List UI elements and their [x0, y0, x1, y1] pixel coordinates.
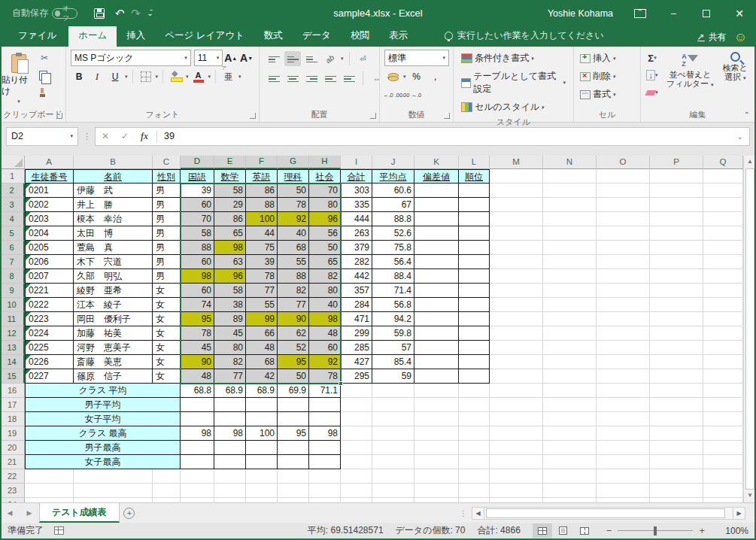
cell-E4[interactable]: 86 [214, 212, 246, 226]
row-header-2[interactable]: 2 [0, 184, 25, 198]
cell-P11[interactable] [650, 312, 703, 326]
cell-Q24[interactable] [703, 498, 743, 502]
cell-B10[interactable]: 江本 綾子 [74, 298, 153, 312]
cell-N3[interactable] [543, 198, 597, 212]
cell-K18[interactable] [414, 412, 459, 426]
cell-H10[interactable]: 40 [309, 298, 341, 312]
cell-H13[interactable]: 60 [309, 341, 341, 355]
cell-H7[interactable]: 65 [309, 255, 341, 269]
find-select-button[interactable]: 検索と選択 ▾ [720, 50, 751, 108]
cell-A24[interactable] [25, 498, 74, 502]
page-layout-view-button[interactable] [554, 523, 573, 538]
cell-D14[interactable]: 90 [181, 355, 214, 369]
cell-J23[interactable] [372, 484, 414, 498]
cell-K15[interactable] [414, 369, 459, 384]
cell-L10[interactable] [459, 298, 490, 312]
cell-A5[interactable]: 0204 [25, 226, 74, 241]
cell-Q16[interactable] [703, 384, 743, 398]
hscroll-right-icon[interactable]: ▶ [733, 507, 745, 520]
font-color-button[interactable]: A [190, 69, 207, 84]
cell-M23[interactable] [490, 484, 543, 498]
redo-dropdown-icon[interactable]: ▾ [134, 11, 137, 17]
cell-E8[interactable]: 96 [214, 269, 246, 284]
cell-Q10[interactable] [703, 298, 743, 312]
cell-E7[interactable]: 63 [214, 255, 246, 269]
cell-J12[interactable]: 59.8 [372, 326, 414, 341]
cell-O3[interactable] [597, 198, 650, 212]
cell-B7[interactable]: 木下 宍道 [74, 255, 153, 269]
cell-N9[interactable] [543, 284, 597, 298]
cell-L17[interactable] [459, 398, 490, 412]
tab-挿入[interactable]: 挿入 [117, 26, 155, 47]
cell-E20[interactable] [214, 441, 246, 455]
cell-N6[interactable] [543, 241, 597, 255]
cell-O9[interactable] [597, 284, 650, 298]
paste-button[interactable]: 貼り付け ▾ [2, 49, 36, 109]
cell-L12[interactable] [459, 326, 490, 341]
horizontal-scroll-thumb[interactable] [486, 508, 725, 518]
row-header-24[interactable]: 24 [0, 498, 25, 502]
insert-function-button[interactable]: fx [135, 131, 154, 142]
cell-Q18[interactable] [703, 412, 743, 426]
cell-E13[interactable]: 80 [214, 341, 246, 355]
cell-D24[interactable] [181, 498, 214, 502]
cell-D5[interactable]: 58 [181, 226, 214, 241]
cell-E11[interactable]: 89 [214, 312, 246, 326]
cell-M11[interactable] [490, 312, 543, 326]
cell-A19-merged[interactable]: クラス 最高 [25, 426, 181, 441]
row-header-20[interactable]: 20 [0, 441, 25, 455]
cell-L16[interactable] [459, 384, 490, 398]
confirm-entry-button[interactable]: ✓ [115, 131, 135, 141]
cell-I2[interactable]: 303 [341, 184, 372, 198]
macro-record-icon[interactable] [54, 526, 64, 535]
cell-O1[interactable] [597, 169, 650, 184]
decrease-decimal-button[interactable]: .00 →.0 [403, 87, 420, 102]
cell-N19[interactable] [543, 426, 597, 441]
tab-表示[interactable]: 表示 [379, 26, 417, 47]
close-button[interactable]: ✕ [723, 0, 756, 26]
tab-校閲[interactable]: 校閲 [341, 26, 379, 47]
cell-C8[interactable]: 男 [153, 269, 181, 284]
cell-L20[interactable] [459, 441, 490, 455]
cell-G8[interactable]: 88 [278, 269, 309, 284]
cell-F6[interactable]: 75 [246, 241, 278, 255]
column-header-D[interactable]: D [181, 156, 214, 169]
cell-Q3[interactable] [703, 198, 743, 212]
cell-Q15[interactable] [703, 369, 743, 384]
clipboard-dialog-launcher-icon[interactable] [56, 113, 62, 119]
cell-B4[interactable]: 榎本 幸治 [74, 212, 153, 226]
cell-K20[interactable] [414, 441, 459, 455]
cell-B22[interactable] [74, 469, 153, 484]
cell-K21[interactable] [414, 455, 459, 469]
cell-M2[interactable] [490, 184, 543, 198]
cell-C15[interactable]: 女 [153, 369, 181, 384]
cell-L6[interactable] [459, 241, 490, 255]
cell-N5[interactable] [543, 226, 597, 241]
page-break-view-button[interactable] [575, 523, 594, 538]
cell-G24[interactable] [278, 498, 309, 502]
cell-J13[interactable]: 57 [372, 341, 414, 355]
cell-H17[interactable] [309, 398, 341, 412]
cell-B9[interactable]: 綾野 亜希 [74, 284, 153, 298]
cell-K4[interactable] [414, 212, 459, 226]
increase-font-size-button[interactable]: A▲ [223, 50, 238, 65]
cell-B14[interactable]: 斎藤 美恵 [74, 355, 153, 369]
cell-M10[interactable] [490, 298, 543, 312]
row-header-3[interactable]: 3 [0, 198, 25, 212]
cell-D2[interactable]: 39 [181, 184, 214, 198]
row-header-7[interactable]: 7 [0, 255, 25, 269]
column-header-N[interactable]: N [543, 156, 597, 169]
cell-A1[interactable]: 生徒番号 [25, 169, 74, 184]
cell-I1[interactable]: 合計 [341, 169, 372, 184]
cell-F23[interactable] [246, 484, 278, 498]
cell-J20[interactable] [372, 441, 414, 455]
cell-L21[interactable] [459, 455, 490, 469]
cell-P22[interactable] [650, 469, 703, 484]
cell-A23[interactable] [25, 484, 74, 498]
row-header-22[interactable]: 22 [0, 469, 25, 484]
redo-button[interactable]: ↷▾ [131, 7, 136, 20]
cell-N7[interactable] [543, 255, 597, 269]
cell-C22[interactable] [153, 469, 181, 484]
cell-I23[interactable] [341, 484, 372, 498]
decrease-indent-button[interactable] [322, 71, 339, 86]
